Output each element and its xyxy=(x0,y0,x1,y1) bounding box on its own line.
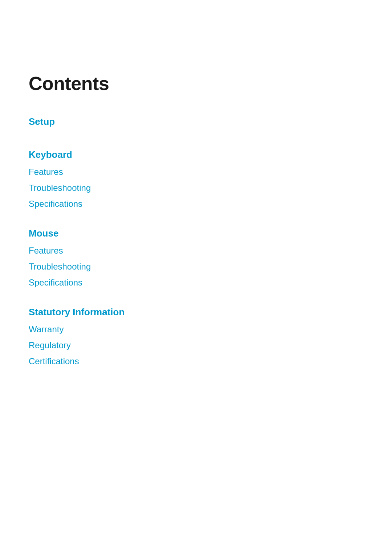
section-keyboard: KeyboardFeaturesTroubleshootingSpecifica… xyxy=(29,149,392,210)
link-keyboard-troubleshooting[interactable]: Troubleshooting xyxy=(29,181,392,194)
heading-setup[interactable]: Setup xyxy=(29,116,392,127)
heading-keyboard: Keyboard xyxy=(29,149,392,160)
section-statutory: Statutory InformationWarrantyRegulatoryC… xyxy=(29,307,392,368)
link-certifications[interactable]: Certifications xyxy=(29,355,392,368)
page-title: Contents xyxy=(29,73,392,94)
link-regulatory[interactable]: Regulatory xyxy=(29,339,392,352)
link-keyboard-specifications[interactable]: Specifications xyxy=(29,197,392,210)
link-mouse-features[interactable]: Features xyxy=(29,244,392,257)
section-mouse: MouseFeaturesTroubleshootingSpecificatio… xyxy=(29,228,392,289)
heading-mouse: Mouse xyxy=(29,228,392,239)
section-setup: Setup xyxy=(29,116,392,127)
link-keyboard-features[interactable]: Features xyxy=(29,165,392,178)
link-mouse-troubleshooting[interactable]: Troubleshooting xyxy=(29,260,392,273)
heading-statutory: Statutory Information xyxy=(29,307,392,318)
link-mouse-specifications[interactable]: Specifications xyxy=(29,276,392,289)
link-warranty[interactable]: Warranty xyxy=(29,323,392,336)
